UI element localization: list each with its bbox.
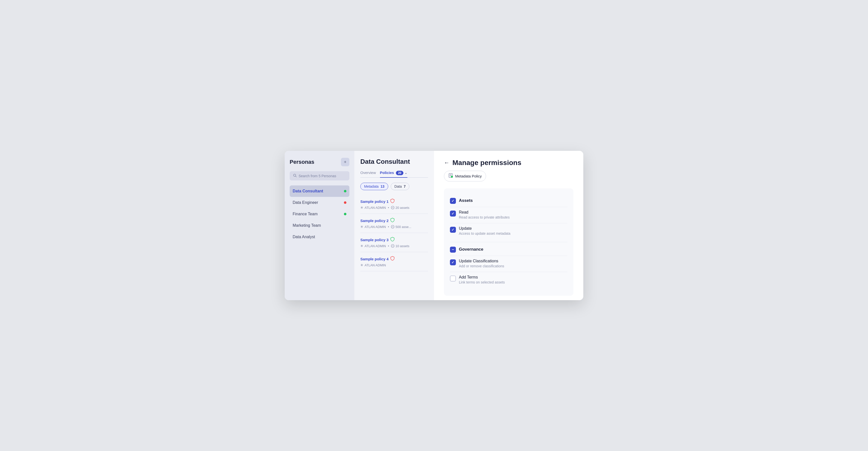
update-permission-info: Update Access to update asset metadata: [459, 226, 567, 236]
app-container: Personas + Search from 5 Personas Data C…: [285, 151, 583, 300]
policies-list: Sample policy 1 ✳ ATLAN ADMIN • 20 asset…: [360, 194, 428, 271]
persona-status-dot: [344, 190, 346, 192]
governance-section-header: Governance: [450, 243, 567, 255]
read-permission-row: Read Read access to private attributes: [450, 207, 567, 223]
policy-tag: Metadata Policy: [444, 171, 486, 181]
read-permission-name: Read: [459, 210, 567, 215]
add-terms-checkbox[interactable]: [450, 275, 456, 281]
filter-row: Metadata 13 Data 7: [360, 183, 428, 190]
persona-label: Marketing Team: [293, 223, 321, 228]
update-classifications-row: Update Classifications Add or remove cla…: [450, 255, 567, 272]
policy-admin: ✳ ATLAN ADMIN: [360, 206, 386, 210]
persona-search-box[interactable]: Search from 5 Personas: [290, 171, 349, 180]
snowflake-icon: ✳: [360, 263, 363, 267]
update-classifications-info: Update Classifications Add or remove cla…: [459, 259, 567, 269]
persona-label: Finance Team: [293, 212, 317, 216]
svg-point-12: [451, 176, 453, 178]
shield-icon: [391, 237, 395, 242]
sidebar-item-finance-team[interactable]: Finance Team: [290, 208, 349, 220]
policy-tag-label: Metadata Policy: [455, 174, 482, 178]
personas-title: Personas: [290, 159, 314, 165]
policy-admin: ✳ ATLAN ADMIN: [360, 244, 386, 248]
assets-checkbox[interactable]: [450, 198, 456, 204]
middle-panel: Data Consultant Overview Policies 20 ⌄ M…: [354, 151, 434, 300]
assets-section-header: Assets: [450, 194, 567, 207]
policy-meta-row: ✳ ATLAN ADMIN • 10 assets: [360, 244, 428, 248]
personas-header: Personas +: [290, 158, 349, 166]
shield-icon: [391, 256, 395, 262]
search-icon: [293, 174, 297, 178]
back-arrow-button[interactable]: ←: [444, 159, 450, 166]
sidebar-item-data-consultant[interactable]: Data Consultant: [290, 185, 349, 197]
svg-line-1: [296, 176, 297, 177]
update-permission-desc: Access to update asset metadata: [459, 231, 567, 236]
policy-name: Sample policy 4: [360, 257, 389, 261]
governance-section: Governance Update Classifications Add or…: [450, 243, 567, 288]
update-classifications-desc: Add or remove classifications: [459, 264, 567, 269]
policy-assets: 500 asse...: [391, 225, 411, 229]
snowflake-icon: ✳: [360, 225, 363, 229]
manage-permissions-title: Manage permissions: [453, 159, 521, 167]
search-placeholder: Search from 5 Personas: [299, 174, 336, 178]
add-terms-name: Add Terms: [459, 275, 567, 279]
snowflake-icon: ✳: [360, 206, 363, 210]
policy-item[interactable]: Sample policy 3 ✳ ATLAN ADMIN • 10 asset…: [360, 233, 428, 252]
update-checkbox[interactable]: [450, 227, 456, 233]
policy-name: Sample policy 2: [360, 218, 389, 223]
policy-name: Sample policy 1: [360, 199, 389, 204]
read-permission-desc: Read access to private attributes: [459, 215, 567, 220]
shield-icon: [391, 218, 395, 223]
policy-name-row: Sample policy 4: [360, 256, 428, 262]
assets-section: Assets Read Read access to private attri…: [450, 194, 567, 239]
policy-item[interactable]: Sample policy 1 ✳ ATLAN ADMIN • 20 asset…: [360, 194, 428, 214]
policy-admin: ✳ ATLAN ADMIN: [360, 225, 386, 229]
governance-section-label: Governance: [459, 247, 483, 252]
sidebar-item-data-engineer[interactable]: Data Engineer: [290, 197, 349, 208]
update-classifications-name: Update Classifications: [459, 259, 567, 263]
governance-checkbox[interactable]: [450, 247, 456, 252]
policy-admin: ✳ ATLAN ADMIN: [360, 263, 386, 267]
add-persona-button[interactable]: +: [341, 158, 349, 166]
persona-label: Data Analyst: [293, 235, 315, 239]
policy-meta-row: ✳ ATLAN ADMIN • 20 assets: [360, 206, 428, 210]
permissions-panel: ← Manage permissions Metadata Policy: [434, 151, 583, 300]
add-terms-row: Add Terms Link terms on selected assets: [450, 272, 567, 288]
policy-assets: 10 assets: [391, 244, 409, 248]
policy-item[interactable]: Sample policy 2 ✳ ATLAN ADMIN • 500 asse…: [360, 214, 428, 233]
policy-name-row: Sample policy 2: [360, 218, 428, 223]
persona-status-dot: [344, 201, 346, 204]
filter-data[interactable]: Data 7: [391, 183, 409, 190]
policy-item[interactable]: Sample policy 4 ✳ ATLAN ADMIN: [360, 252, 428, 271]
policy-meta-row: ✳ ATLAN ADMIN • 500 asse...: [360, 225, 428, 229]
back-header: ← Manage permissions: [444, 159, 574, 167]
sidebar-item-data-analyst[interactable]: Data Analyst: [290, 231, 349, 243]
persona-label: Data Consultant: [293, 189, 323, 193]
permissions-card: Assets Read Read access to private attri…: [444, 188, 574, 296]
filter-metadata[interactable]: Metadata 13: [360, 183, 388, 190]
tabs-row: Overview Policies 20 ⌄: [360, 171, 428, 178]
policy-meta-row: ✳ ATLAN ADMIN: [360, 263, 428, 267]
persona-label: Data Engineer: [293, 200, 318, 205]
assets-section-label: Assets: [459, 198, 473, 203]
personas-panel: Personas + Search from 5 Personas Data C…: [285, 151, 354, 300]
policy-assets: 20 assets: [391, 206, 409, 210]
read-checkbox[interactable]: [450, 211, 456, 216]
sidebar-item-marketing-team[interactable]: Marketing Team: [290, 220, 349, 231]
policy-name-row: Sample policy 3: [360, 237, 428, 242]
personas-list: Data Consultant Data Engineer Finance Te…: [290, 185, 349, 243]
middle-panel-title: Data Consultant: [360, 158, 428, 166]
add-terms-desc: Link terms on selected assets: [459, 280, 567, 285]
update-permission-row: Update Access to update asset metadata: [450, 223, 567, 239]
tab-overview[interactable]: Overview: [360, 171, 376, 177]
metadata-policy-icon: [448, 173, 453, 179]
policies-count-badge: 20: [396, 171, 403, 175]
read-permission-info: Read Read access to private attributes: [459, 210, 567, 220]
shield-icon: [391, 199, 395, 204]
tab-policies[interactable]: Policies 20 ⌄: [380, 171, 407, 178]
policy-name: Sample policy 3: [360, 238, 389, 242]
chevron-down-icon: ⌄: [404, 171, 407, 175]
persona-status-dot: [344, 213, 346, 215]
update-classifications-checkbox[interactable]: [450, 259, 456, 265]
update-permission-name: Update: [459, 226, 567, 231]
policy-name-row: Sample policy 1: [360, 199, 428, 204]
